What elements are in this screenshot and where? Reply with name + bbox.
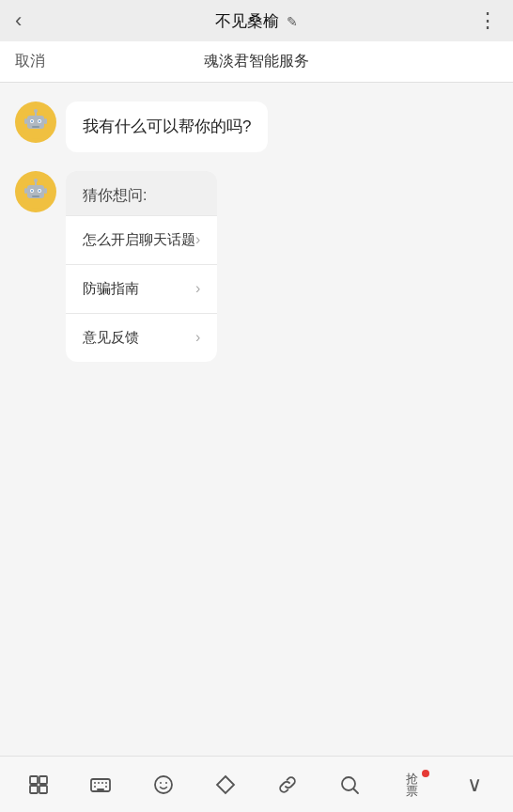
link-icon: [276, 773, 299, 796]
svg-point-16: [39, 190, 40, 192]
more-icon[interactable]: ⋮: [477, 8, 498, 32]
cancel-button[interactable]: 取消: [15, 52, 45, 71]
card-header: 猜你想问:: [66, 171, 217, 215]
svg-rect-20: [24, 188, 27, 194]
chevron-icon-3: ›: [195, 329, 200, 346]
suggestion-item-3[interactable]: 意见反馈 ›: [66, 313, 217, 362]
bot-greeting-bubble: 我有什么可以帮你的吗?: [66, 102, 268, 152]
suggestion-label-3: 意见反馈: [83, 329, 139, 347]
svg-point-7: [34, 109, 38, 113]
svg-rect-25: [39, 786, 47, 793]
search-icon: [338, 773, 361, 796]
snatch-bottom-text: 票: [406, 785, 418, 797]
service-title: 魂淡君智能服务: [204, 52, 309, 71]
svg-point-4: [31, 120, 33, 122]
back-icon[interactable]: ‹: [15, 8, 22, 33]
bot-avatar: [15, 102, 56, 143]
svg-point-5: [39, 120, 40, 122]
svg-rect-8: [32, 126, 39, 128]
svg-rect-22: [30, 776, 38, 784]
suggestion-label-2: 防骗指南: [83, 280, 139, 298]
keyboard-icon: [89, 773, 112, 796]
svg-point-34: [155, 776, 172, 793]
svg-line-39: [354, 789, 359, 793]
suggestion-label-1: 怎么开启聊天话题: [83, 231, 195, 249]
chat-area: 我有什么可以帮你的吗? 猜你想问: 怎么: [0, 83, 513, 756]
svg-marker-37: [217, 776, 234, 793]
robot-icon: [19, 105, 53, 139]
back-button[interactable]: ‹: [15, 8, 22, 33]
collapse-button[interactable]: ∨: [454, 764, 495, 805]
bot-avatar-2: [15, 171, 56, 212]
svg-point-36: [165, 782, 167, 784]
svg-rect-24: [30, 786, 38, 793]
svg-rect-10: [44, 118, 47, 124]
snatch-top-text: 抢: [406, 773, 418, 785]
svg-point-18: [34, 179, 38, 182]
edit-icon[interactable]: ✎: [287, 14, 298, 29]
grid-icon: [27, 773, 50, 796]
suggestion-item-2[interactable]: 防骗指南 ›: [66, 264, 217, 313]
emoji-icon: [152, 773, 175, 796]
snatch-label: 抢 票: [406, 773, 418, 797]
suggestion-item-1[interactable]: 怎么开启聊天话题 ›: [66, 215, 217, 264]
svg-point-15: [31, 190, 33, 192]
card-header-text: 猜你想问:: [83, 187, 147, 203]
collapse-icon: ∨: [467, 773, 482, 797]
more-button[interactable]: ⋮: [477, 8, 498, 33]
svg-rect-23: [39, 776, 47, 784]
grid-button[interactable]: [18, 764, 59, 805]
svg-point-35: [160, 782, 162, 784]
chevron-icon-1: ›: [195, 231, 200, 248]
title-text: 不见桑榆: [215, 12, 279, 30]
snatch-button[interactable]: 抢 票: [392, 764, 433, 805]
link-button[interactable]: [267, 764, 308, 805]
search-button[interactable]: [329, 764, 370, 805]
code-button[interactable]: [205, 764, 246, 805]
bot-greeting-text: 我有什么可以帮你的吗?: [83, 117, 251, 135]
code-icon: [214, 773, 237, 796]
chevron-icon-2: ›: [195, 280, 200, 297]
keyboard-button[interactable]: [80, 764, 121, 805]
message-row-card: 猜你想问: 怎么开启聊天话题 › 防骗指南 › 意见反馈 ›: [15, 171, 498, 362]
suggestion-card: 猜你想问: 怎么开启聊天话题 › 防骗指南 › 意见反馈 ›: [66, 171, 217, 362]
message-row: 我有什么可以帮你的吗?: [15, 102, 498, 152]
sub-header: 取消 魂淡君智能服务: [0, 41, 513, 83]
svg-rect-9: [24, 118, 27, 124]
svg-rect-21: [44, 188, 47, 194]
red-dot-badge: [422, 770, 429, 777]
robot-icon-2: [19, 175, 53, 209]
bottom-toolbar: 抢 票 ∨: [0, 756, 513, 812]
status-bar: ‹ 不见桑榆 ✎ ⋮: [0, 0, 513, 41]
svg-rect-19: [32, 195, 39, 197]
chat-title: 不见桑榆 ✎: [215, 10, 299, 32]
emoji-button[interactable]: [143, 764, 184, 805]
